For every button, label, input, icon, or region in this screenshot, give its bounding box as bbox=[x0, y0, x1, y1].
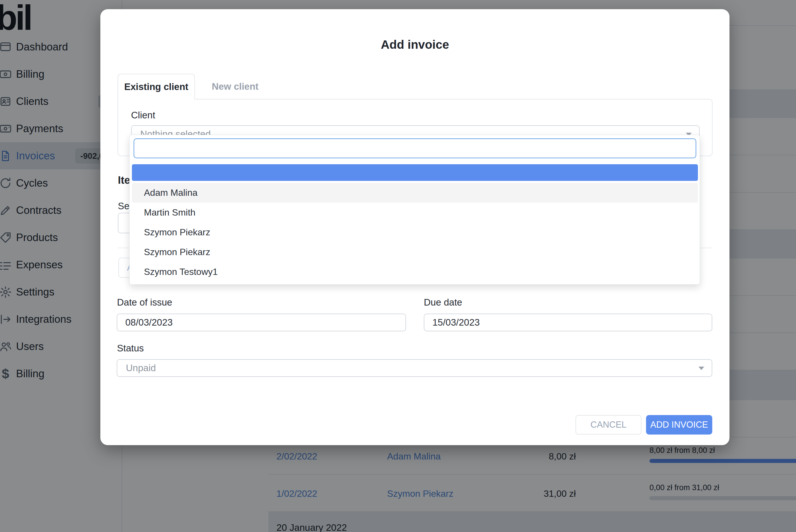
cancel-button[interactable]: CANCEL bbox=[575, 415, 642, 435]
due-date-input[interactable]: 15/03/2023 bbox=[424, 314, 712, 331]
status-select-value: Unpaid bbox=[126, 363, 156, 374]
date-of-issue-label: Date of issue bbox=[117, 297, 172, 308]
dropdown-option[interactable]: Szymon Piekarz bbox=[132, 223, 698, 242]
add-invoice-submit-button[interactable]: ADD INVOICE bbox=[646, 415, 712, 435]
tab-new-client[interactable]: New client bbox=[198, 74, 273, 99]
dropdown-option[interactable]: Szymon Testowy1 bbox=[132, 262, 698, 282]
dropdown-option[interactable]: Szymon Piekarz bbox=[132, 242, 698, 262]
dropdown-option-empty[interactable] bbox=[132, 164, 698, 181]
status-label: Status bbox=[117, 343, 144, 354]
due-date-label: Due date bbox=[424, 297, 462, 308]
tab-existing-client[interactable]: Existing client bbox=[117, 74, 195, 99]
status-select[interactable]: Unpaid bbox=[117, 359, 712, 377]
items-heading: Ite bbox=[118, 174, 130, 186]
date-of-issue-input[interactable]: 08/03/2023 bbox=[117, 314, 406, 331]
modal-title: Add invoice bbox=[100, 38, 729, 52]
dropdown-option[interactable]: Adam Malina bbox=[132, 183, 698, 203]
chevron-down-icon bbox=[699, 367, 704, 370]
add-invoice-modal: Add invoice ✕ Existing client New client… bbox=[100, 9, 729, 445]
client-search-input[interactable] bbox=[134, 138, 696, 158]
app-root: bil Dashboard Billing Clients Payments bbox=[0, 0, 796, 532]
client-dropdown: Adam Malina Martin Smith Szymon Piekarz … bbox=[129, 135, 700, 285]
client-label: Client bbox=[131, 110, 155, 121]
dropdown-option[interactable]: Martin Smith bbox=[132, 203, 698, 223]
